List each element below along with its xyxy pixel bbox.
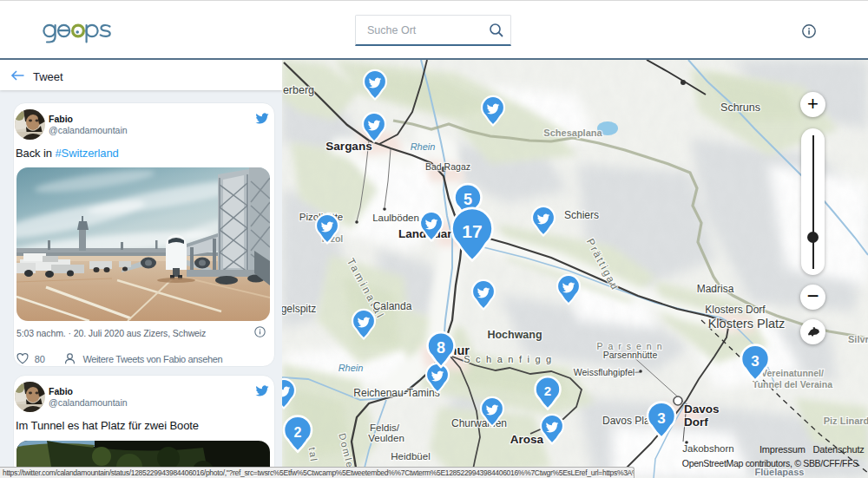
svg-text:Reichenau-Tamins: Reichenau-Tamins xyxy=(353,387,439,399)
svg-text:Veulden: Veulden xyxy=(368,433,404,443)
svg-text:2: 2 xyxy=(294,425,302,440)
svg-text:Hochwang: Hochwang xyxy=(487,329,542,341)
svg-text:Calanda: Calanda xyxy=(373,300,412,312)
svg-text:Laulböden: Laulböden xyxy=(372,213,419,223)
svg-text:Vereinatunnel/: Vereinatunnel/ xyxy=(761,368,824,378)
svg-text:erberg: erberg xyxy=(283,84,314,96)
svg-text:8: 8 xyxy=(437,339,445,357)
svg-text:Klosters Platz: Klosters Platz xyxy=(708,317,786,331)
svg-text:3: 3 xyxy=(657,410,665,427)
svg-text:Jakobshorn: Jakobshorn xyxy=(682,443,733,454)
svg-text:Rhein: Rhein xyxy=(339,363,364,373)
svg-text:Tunnel del Veraina: Tunnel del Veraina xyxy=(753,379,832,390)
svg-text:2: 2 xyxy=(544,383,551,398)
svg-text:Arosa: Arosa xyxy=(510,433,544,446)
svg-text:Parsennhütte: Parsennhütte xyxy=(603,350,658,360)
svg-text:Rhein: Rhein xyxy=(411,141,436,152)
svg-text:Klosters Dorf: Klosters Dorf xyxy=(705,304,766,316)
svg-text:3: 3 xyxy=(751,353,759,370)
svg-text:Sargans: Sargans xyxy=(326,140,372,153)
svg-text:Schanfigg: Schanfigg xyxy=(464,354,556,364)
svg-text:Ringelspitz: Ringelspitz xyxy=(282,303,316,315)
svg-text:Dorf: Dorf xyxy=(684,416,708,429)
svg-text:Bad Ragaz: Bad Ragaz xyxy=(425,161,470,172)
svg-text:Madrisa: Madrisa xyxy=(697,283,734,295)
svg-text:5: 5 xyxy=(464,191,472,208)
svg-text:Davos: Davos xyxy=(684,403,720,416)
svg-text:Schiers: Schiers xyxy=(564,209,599,221)
svg-text:Schesaplana: Schesaplana xyxy=(543,128,602,138)
svg-text:Piz Linard: Piz Linard xyxy=(824,416,868,426)
svg-text:Silvrett: Silvrett xyxy=(848,334,868,344)
svg-text:Weissfluhgipfel: Weissfluhgipfel xyxy=(574,367,635,377)
svg-text:Schruns: Schruns xyxy=(720,101,760,114)
svg-text:Heidbüel: Heidbüel xyxy=(391,451,430,462)
svg-text:tal: tal xyxy=(307,447,319,463)
svg-text:17: 17 xyxy=(462,221,482,241)
svg-text:Feldis/: Feldis/ xyxy=(370,422,400,433)
